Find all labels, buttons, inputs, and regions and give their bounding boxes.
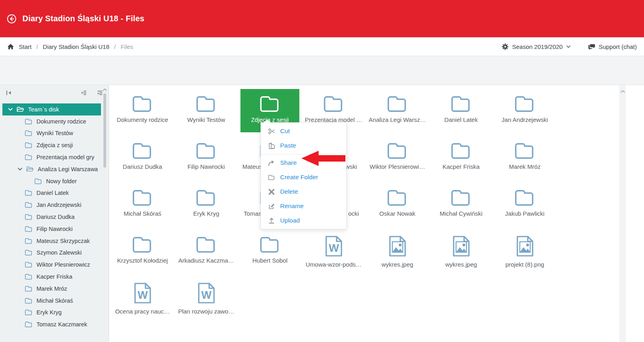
chevron-down-icon[interactable]: [18, 167, 22, 172]
menu-item-cut[interactable]: Cut: [261, 124, 346, 138]
menu-item-share[interactable]: Share: [261, 156, 346, 170]
grid-item-folder[interactable]: Kacper Friska: [432, 136, 491, 179]
grid-item-folder[interactable]: Wiktor Plesnierowi…: [368, 136, 427, 179]
grid-item-folder[interactable]: Jakub Pawlicki: [495, 183, 554, 226]
grid-item-folder[interactable]: Eryk Kryg: [177, 183, 236, 226]
folder-icon: [450, 141, 472, 160]
scrollbar-thumb[interactable]: [103, 93, 106, 168]
folder-icon: [25, 214, 32, 220]
word-document-icon: [197, 282, 216, 304]
folder-icon: [25, 226, 32, 232]
season-label: Season 2019/2020: [512, 43, 563, 50]
grid-item-label: Analiza Legi Warsz…: [369, 116, 426, 123]
menu-item-delete[interactable]: Delete: [261, 184, 346, 199]
tree-item[interactable]: Prezentacja model gry: [2, 151, 101, 163]
grid-item-folder[interactable]: Dariusz Dudka: [113, 136, 172, 179]
tree-item[interactable]: Wiktor Plesnierowicz: [2, 259, 101, 271]
menu-item-label: Paste: [280, 142, 296, 149]
folder-icon: [25, 190, 32, 196]
grid-item-word-doc[interactable]: Umowa-wzor-pods…: [304, 230, 363, 273]
chevron-down-icon[interactable]: [8, 107, 13, 112]
chat-icon: [588, 43, 595, 50]
folder-icon: [450, 188, 472, 206]
tree-item[interactable]: Filip Nawrocki: [2, 223, 101, 235]
folder-icon: [514, 188, 536, 206]
collapse-all-icon[interactable]: [81, 90, 87, 96]
grid-item-image-file[interactable]: projekt (8).png: [495, 230, 554, 273]
folder-icon: [132, 235, 153, 253]
tree-item[interactable]: Mateusz Skrzypczak: [2, 235, 101, 247]
tree-item[interactable]: Kacper Friska: [2, 271, 101, 283]
tree-item[interactable]: Dokumenty rodzice: [2, 115, 101, 127]
home-icon[interactable]: [7, 43, 14, 50]
grid-item-word-doc[interactable]: Ocena pracy nauc…: [113, 277, 172, 320]
grid-item-label: projekt (8).png: [505, 261, 544, 268]
tree-item[interactable]: Daniel Latek: [2, 187, 101, 199]
tree-item-label: Mateusz Skrzypczak: [36, 238, 90, 244]
season-selector[interactable]: Season 2019/2020: [502, 43, 571, 50]
grid-item-label: Michał Cywiński: [440, 210, 482, 217]
grid-item-folder[interactable]: Analiza Legi Warsz…: [368, 89, 427, 132]
tree-item[interactable]: Jan Andrzejewski: [2, 199, 101, 211]
grid-item-word-doc[interactable]: Plan rozwoju zawo…: [177, 277, 236, 320]
grid-item-folder[interactable]: Krzysztof Kołodziej: [113, 230, 172, 273]
grid-item-folder[interactable]: Dokumenty rodzice: [113, 89, 172, 132]
tree-item-label: Jan Andrzejewski: [36, 202, 81, 208]
grid-item-folder[interactable]: Daniel Latek: [432, 89, 491, 132]
folder-icon: [387, 141, 408, 160]
tree-item[interactable]: Wyniki Testów: [2, 127, 101, 140]
tree-item-teams-disk[interactable]: Team`s disk: [2, 103, 101, 115]
folder-icon: [514, 141, 536, 160]
open-folder-icon: [16, 106, 24, 113]
grid-item-folder[interactable]: Arkadiusz Kaczma…: [177, 230, 236, 273]
tree-item-label: Dariusz Dudka: [36, 214, 75, 220]
back-icon[interactable]: [6, 14, 17, 24]
tree-item[interactable]: Szymon Zalewski: [2, 247, 101, 259]
grid-item-label: Arkadiusz Kaczma…: [178, 257, 234, 264]
tree-item[interactable]: Nowy folder: [2, 175, 101, 187]
image-file-icon: [452, 235, 470, 257]
grid-item-folder[interactable]: Hubert Sobol: [240, 230, 299, 273]
grid-item-folder[interactable]: Jan Andrzejewski: [495, 89, 554, 132]
folder-icon: [196, 235, 217, 253]
grid-item-folder[interactable]: Michał Skóraś: [113, 183, 172, 226]
grid-item-folder[interactable]: Filip Nawrocki: [177, 136, 236, 179]
gear-icon: [502, 43, 509, 50]
support-chat-link[interactable]: Support (chat): [588, 43, 637, 50]
tree-item-expanded[interactable]: Analiza Legi Warszawa: [2, 163, 101, 175]
scroll-up-icon[interactable]: [103, 87, 107, 92]
scissors-icon: [268, 128, 275, 135]
app-header: Diary Stadion Śląski U18 - Files: [0, 0, 644, 37]
menu-item-rename[interactable]: Rename: [261, 199, 346, 213]
sidebar-scrollbar[interactable]: [102, 86, 107, 334]
support-label: Support (chat): [599, 43, 637, 50]
tree-item[interactable]: Dariusz Dudka: [2, 211, 101, 223]
grid-item-label: Wyniki Testów: [187, 116, 225, 123]
menu-item-create-folder[interactable]: Create Folder: [261, 170, 346, 184]
collapse-panel-icon[interactable]: [6, 90, 12, 96]
grid-item-image-file[interactable]: wykres.jpeg: [368, 230, 427, 273]
scroll-up-icon[interactable]: [620, 89, 625, 94]
image-file-icon: [388, 235, 407, 257]
folder-icon: [196, 188, 217, 206]
menu-item-upload[interactable]: Upload: [261, 213, 346, 228]
tree-item[interactable]: Zdjęcia z sesji: [2, 139, 101, 151]
tree-panel-header: [0, 85, 109, 100]
grid-item-folder[interactable]: Wyniki Testów: [177, 89, 236, 132]
folder-icon: [132, 188, 153, 206]
tree-item[interactable]: Michał Skóraś: [2, 295, 101, 307]
grid-item-label: Daniel Latek: [444, 116, 478, 123]
grid-item-folder[interactable]: Michał Cywiński: [432, 183, 491, 226]
tree-item-label: Marek Mróz: [36, 285, 67, 292]
tree-item[interactable]: Eryk Kryg: [2, 307, 101, 319]
tree-item[interactable]: Tomasz Kaczmarek: [2, 318, 101, 330]
main-scrollbar[interactable]: [619, 85, 626, 342]
folder-icon: [196, 141, 217, 160]
breadcrumb-start[interactable]: Start: [19, 43, 32, 50]
tree-item[interactable]: Marek Mróz: [2, 283, 101, 295]
grid-item-folder[interactable]: Oskar Nowak: [368, 183, 427, 226]
grid-item-image-file[interactable]: wykres.jpeg: [432, 230, 491, 273]
breadcrumb-team[interactable]: Diary Stadion Śląski U18: [43, 43, 109, 50]
grid-item-folder[interactable]: Marek Mróz: [495, 136, 554, 179]
menu-item-paste[interactable]: Paste: [261, 138, 346, 153]
